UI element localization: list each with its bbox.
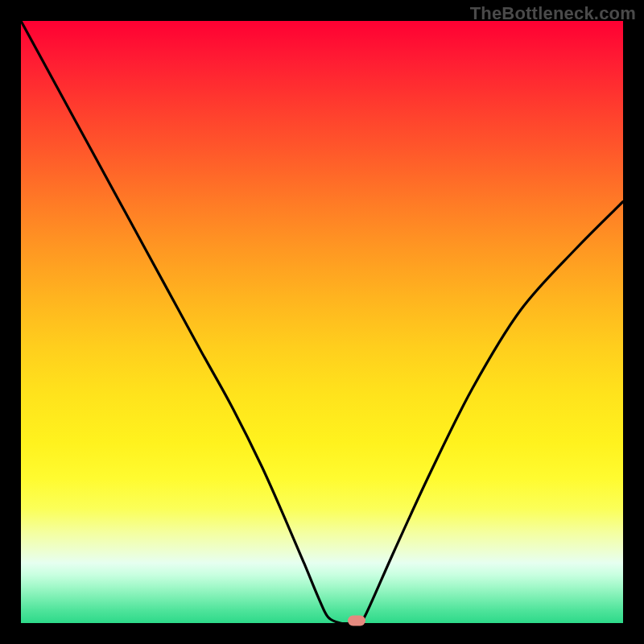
plot-area <box>21 21 623 623</box>
chart-frame: TheBottleneck.com <box>0 0 644 644</box>
optimum-marker <box>348 616 365 626</box>
watermark-text: TheBottleneck.com <box>470 3 636 24</box>
